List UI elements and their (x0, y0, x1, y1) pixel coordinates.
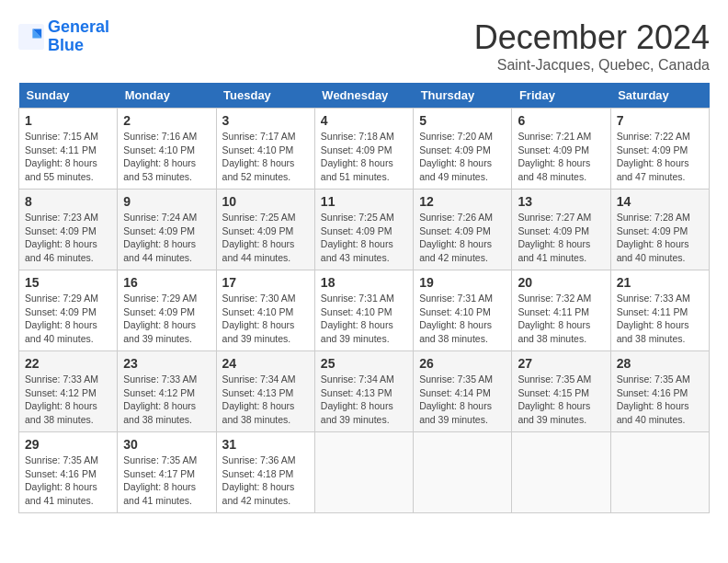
logo-text: General Blue (48, 18, 109, 55)
day-cell: 14 Sunrise: 7:28 AMSunset: 4:09 PMDaylig… (610, 190, 709, 270)
day-number: 4 (321, 113, 407, 128)
week-row-1: 1 Sunrise: 7:15 AMSunset: 4:11 PMDayligh… (19, 109, 710, 190)
day-number: 22 (25, 356, 111, 371)
day-cell: 8 Sunrise: 7:23 AMSunset: 4:09 PMDayligh… (19, 190, 118, 270)
day-info: Sunrise: 7:23 AMSunset: 4:09 PMDaylight:… (25, 211, 111, 265)
day-info: Sunrise: 7:16 AMSunset: 4:10 PMDaylight:… (123, 130, 210, 184)
day-number: 18 (321, 275, 407, 290)
day-cell: 24 Sunrise: 7:34 AMSunset: 4:13 PMDaylig… (216, 351, 314, 432)
day-number: 16 (123, 275, 210, 290)
day-cell: 31 Sunrise: 7:36 AMSunset: 4:18 PMDaylig… (216, 432, 314, 513)
day-info: Sunrise: 7:15 AMSunset: 4:11 PMDaylight:… (25, 130, 111, 184)
day-cell (610, 432, 709, 513)
day-info: Sunrise: 7:31 AMSunset: 4:10 PMDaylight:… (419, 292, 506, 346)
day-number: 8 (25, 194, 111, 209)
day-number: 1 (25, 113, 111, 128)
calendar-title: December 2024 (474, 18, 710, 57)
calendar-subtitle: Saint-Jacques, Quebec, Canada (474, 57, 710, 74)
header-tuesday: Tuesday (216, 83, 314, 109)
day-cell: 28 Sunrise: 7:35 AMSunset: 4:16 PMDaylig… (610, 351, 709, 432)
day-cell: 7 Sunrise: 7:22 AMSunset: 4:09 PMDayligh… (610, 109, 709, 190)
week-row-3: 15 Sunrise: 7:29 AMSunset: 4:09 PMDaylig… (19, 270, 710, 351)
day-cell: 3 Sunrise: 7:17 AMSunset: 4:10 PMDayligh… (216, 109, 314, 190)
day-number: 29 (25, 437, 111, 452)
title-section: December 2024 Saint-Jacques, Quebec, Can… (474, 18, 710, 74)
day-cell: 17 Sunrise: 7:30 AMSunset: 4:10 PMDaylig… (216, 270, 314, 351)
day-number: 17 (222, 275, 309, 290)
day-info: Sunrise: 7:35 AMSunset: 4:17 PMDaylight:… (123, 454, 210, 508)
day-cell: 2 Sunrise: 7:16 AMSunset: 4:10 PMDayligh… (118, 109, 216, 190)
day-info: Sunrise: 7:35 AMSunset: 4:16 PMDaylight:… (25, 454, 111, 508)
day-info: Sunrise: 7:36 AMSunset: 4:18 PMDaylight:… (222, 454, 309, 508)
day-info: Sunrise: 7:28 AMSunset: 4:09 PMDaylight:… (617, 211, 703, 265)
day-cell: 26 Sunrise: 7:35 AMSunset: 4:14 PMDaylig… (414, 351, 512, 432)
day-info: Sunrise: 7:34 AMSunset: 4:13 PMDaylight:… (222, 373, 309, 427)
day-number: 23 (123, 356, 210, 371)
logo: General Blue (18, 18, 109, 55)
day-number: 12 (419, 194, 506, 209)
day-cell: 12 Sunrise: 7:26 AMSunset: 4:09 PMDaylig… (414, 190, 512, 270)
day-info: Sunrise: 7:30 AMSunset: 4:10 PMDaylight:… (222, 292, 309, 346)
header-thursday: Thursday (414, 83, 512, 109)
day-cell: 10 Sunrise: 7:25 AMSunset: 4:09 PMDaylig… (216, 190, 314, 270)
day-number: 20 (518, 275, 604, 290)
day-cell: 23 Sunrise: 7:33 AMSunset: 4:12 PMDaylig… (118, 351, 216, 432)
day-info: Sunrise: 7:25 AMSunset: 4:09 PMDaylight:… (222, 211, 309, 265)
day-info: Sunrise: 7:17 AMSunset: 4:10 PMDaylight:… (222, 130, 309, 184)
day-cell: 29 Sunrise: 7:35 AMSunset: 4:16 PMDaylig… (19, 432, 118, 513)
day-number: 11 (321, 194, 407, 209)
day-info: Sunrise: 7:18 AMSunset: 4:09 PMDaylight:… (321, 130, 407, 184)
day-number: 5 (419, 113, 506, 128)
day-info: Sunrise: 7:35 AMSunset: 4:15 PMDaylight:… (518, 373, 604, 427)
calendar-header-row: Sunday Monday Tuesday Wednesday Thursday… (19, 83, 710, 109)
day-info: Sunrise: 7:29 AMSunset: 4:09 PMDaylight:… (25, 292, 111, 346)
day-number: 3 (222, 113, 309, 128)
header-sunday: Sunday (19, 83, 118, 109)
day-number: 26 (419, 356, 506, 371)
day-info: Sunrise: 7:33 AMSunset: 4:12 PMDaylight:… (25, 373, 111, 427)
day-number: 21 (617, 275, 703, 290)
day-cell (414, 432, 512, 513)
day-number: 10 (222, 194, 309, 209)
day-number: 30 (123, 437, 210, 452)
day-cell (314, 432, 413, 513)
day-info: Sunrise: 7:25 AMSunset: 4:09 PMDaylight:… (321, 211, 407, 265)
header-friday: Friday (512, 83, 610, 109)
day-info: Sunrise: 7:35 AMSunset: 4:16 PMDaylight:… (617, 373, 703, 427)
week-row-5: 29 Sunrise: 7:35 AMSunset: 4:16 PMDaylig… (19, 432, 710, 513)
day-number: 27 (518, 356, 604, 371)
day-number: 6 (518, 113, 604, 128)
day-cell: 5 Sunrise: 7:20 AMSunset: 4:09 PMDayligh… (414, 109, 512, 190)
day-cell: 15 Sunrise: 7:29 AMSunset: 4:09 PMDaylig… (19, 270, 118, 351)
day-info: Sunrise: 7:29 AMSunset: 4:09 PMDaylight:… (123, 292, 210, 346)
logo-line1: General (48, 17, 109, 36)
day-info: Sunrise: 7:35 AMSunset: 4:14 PMDaylight:… (419, 373, 506, 427)
logo-icon (18, 24, 44, 50)
header-monday: Monday (118, 83, 216, 109)
day-info: Sunrise: 7:21 AMSunset: 4:09 PMDaylight:… (518, 130, 604, 184)
day-info: Sunrise: 7:27 AMSunset: 4:09 PMDaylight:… (518, 211, 604, 265)
page-header: General Blue December 2024 Saint-Jacques… (18, 18, 710, 74)
day-number: 9 (123, 194, 210, 209)
day-number: 19 (419, 275, 506, 290)
day-cell: 30 Sunrise: 7:35 AMSunset: 4:17 PMDaylig… (118, 432, 216, 513)
week-row-2: 8 Sunrise: 7:23 AMSunset: 4:09 PMDayligh… (19, 190, 710, 270)
header-saturday: Saturday (610, 83, 709, 109)
day-cell: 20 Sunrise: 7:32 AMSunset: 4:11 PMDaylig… (512, 270, 610, 351)
logo-line2: Blue (48, 36, 84, 54)
day-cell: 4 Sunrise: 7:18 AMSunset: 4:09 PMDayligh… (314, 109, 413, 190)
calendar-table: Sunday Monday Tuesday Wednesday Thursday… (18, 83, 710, 513)
day-cell: 11 Sunrise: 7:25 AMSunset: 4:09 PMDaylig… (314, 190, 413, 270)
day-info: Sunrise: 7:32 AMSunset: 4:11 PMDaylight:… (518, 292, 604, 346)
day-info: Sunrise: 7:31 AMSunset: 4:10 PMDaylight:… (321, 292, 407, 346)
day-number: 31 (222, 437, 309, 452)
day-info: Sunrise: 7:24 AMSunset: 4:09 PMDaylight:… (123, 211, 210, 265)
day-cell: 13 Sunrise: 7:27 AMSunset: 4:09 PMDaylig… (512, 190, 610, 270)
day-cell (512, 432, 610, 513)
day-cell: 22 Sunrise: 7:33 AMSunset: 4:12 PMDaylig… (19, 351, 118, 432)
header-wednesday: Wednesday (314, 83, 413, 109)
day-cell: 18 Sunrise: 7:31 AMSunset: 4:10 PMDaylig… (314, 270, 413, 351)
day-cell: 19 Sunrise: 7:31 AMSunset: 4:10 PMDaylig… (414, 270, 512, 351)
day-info: Sunrise: 7:33 AMSunset: 4:12 PMDaylight:… (123, 373, 210, 427)
day-number: 25 (321, 356, 407, 371)
